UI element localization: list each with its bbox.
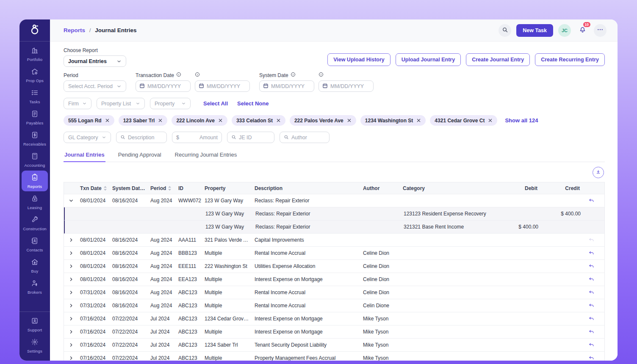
- sort-icon[interactable]: [145, 186, 148, 191]
- sidebar-item-portfolio[interactable]: Portfolio: [22, 44, 48, 64]
- reverse-entry-button[interactable]: [583, 329, 599, 335]
- column-header-period[interactable]: Period: [149, 185, 177, 191]
- sidebar-item-tasks[interactable]: Tasks: [22, 86, 48, 107]
- firm-select[interactable]: Firm: [64, 98, 91, 109]
- system-date-to-input[interactable]: [330, 83, 370, 89]
- row-actions: [582, 329, 601, 335]
- je-id-search-field[interactable]: [227, 132, 274, 143]
- property-list-select[interactable]: Property List: [97, 98, 145, 109]
- transaction-date-from-input[interactable]: [147, 83, 187, 89]
- system-date-from-input[interactable]: [271, 83, 310, 89]
- transaction-date-to-field[interactable]: [195, 80, 250, 92]
- sidebar-item-brokers[interactable]: Brokers: [22, 276, 48, 297]
- chevron-right-icon[interactable]: [64, 342, 78, 347]
- new-task-button[interactable]: New Task: [516, 24, 553, 37]
- info-icon[interactable]: [195, 72, 200, 78]
- amount-input[interactable]: [182, 135, 218, 141]
- reverse-entry-button[interactable]: [583, 250, 599, 256]
- create-recurring-entry-button[interactable]: Create Recurring Entry: [535, 53, 605, 66]
- tab-journal-entries[interactable]: Journal Entries: [64, 150, 105, 162]
- author-search-field[interactable]: [280, 132, 330, 143]
- close-icon[interactable]: [347, 118, 352, 123]
- close-icon[interactable]: [105, 118, 110, 123]
- description-search-field[interactable]: [116, 132, 167, 143]
- chevron-right-icon[interactable]: [64, 329, 78, 334]
- tab-recurring-journal-entries[interactable]: Recurring Journal Entries: [174, 150, 238, 162]
- info-icon[interactable]: [176, 72, 181, 78]
- report-select[interactable]: Journal Entries: [64, 55, 126, 67]
- sidebar-item-construction[interactable]: Construction: [22, 213, 48, 234]
- select-all-link[interactable]: Select All: [203, 100, 228, 107]
- close-icon[interactable]: [416, 118, 421, 123]
- chevron-right-icon[interactable]: [64, 290, 78, 295]
- system-date-from-field[interactable]: [259, 80, 314, 92]
- chevron-right-icon[interactable]: [64, 316, 78, 321]
- search-button[interactable]: [499, 24, 511, 37]
- sidebar-item-receivables[interactable]: Receivables: [22, 128, 48, 149]
- reverse-entry-button[interactable]: [583, 303, 599, 309]
- sidebar-item-payables[interactable]: Payables: [22, 107, 48, 128]
- reverse-entry-button[interactable]: [583, 355, 599, 361]
- sidebar-item-reports[interactable]: Reports: [22, 171, 48, 191]
- je-id-search-input[interactable]: [239, 135, 270, 141]
- reverse-entry-button[interactable]: [583, 316, 599, 322]
- sidebar-item-accounting[interactable]: Accounting: [22, 149, 48, 170]
- sidebar-item-support[interactable]: Support: [22, 314, 48, 335]
- cell-author: Celine Dion: [361, 250, 401, 256]
- close-icon[interactable]: [488, 118, 493, 123]
- sidebar-item-settings[interactable]: Settings: [22, 335, 48, 356]
- reverse-entry-button[interactable]: [583, 290, 599, 296]
- tab-pending-approval[interactable]: Pending Approval: [117, 150, 162, 162]
- column-header-system[interactable]: System Date: [111, 185, 149, 191]
- chevron-right-icon[interactable]: [64, 356, 78, 361]
- show-all-link[interactable]: Show all 124: [505, 117, 538, 124]
- description-search-input[interactable]: [128, 135, 163, 141]
- notifications-button[interactable]: 10: [576, 24, 589, 37]
- close-icon[interactable]: [218, 118, 223, 123]
- app-logo[interactable]: [19, 19, 50, 41]
- chevron-down-icon[interactable]: [64, 198, 78, 203]
- sort-icon[interactable]: [168, 186, 171, 191]
- sidebar-item-leasing[interactable]: Leasing: [22, 192, 48, 212]
- more-menu-button[interactable]: [594, 24, 607, 37]
- amount-field[interactable]: $: [172, 132, 222, 143]
- chevron-right-icon[interactable]: [64, 264, 78, 269]
- reverse-entry-button[interactable]: [583, 198, 599, 204]
- sidebar-item-buy[interactable]: Buy: [22, 255, 48, 276]
- gl-category-select[interactable]: GL Category: [64, 132, 111, 143]
- chevron-right-icon[interactable]: [64, 277, 78, 282]
- chevron-right-icon[interactable]: [64, 303, 78, 308]
- chevron-right-icon[interactable]: [64, 251, 78, 256]
- cell-description: Utilities Expense Allocation: [253, 263, 361, 269]
- close-icon[interactable]: [276, 118, 281, 123]
- upload-journal-entry-button[interactable]: Upload Journal Entry: [396, 53, 461, 66]
- sidebar-item-prop-ops[interactable]: Prop Ops: [22, 65, 48, 85]
- info-icon[interactable]: [318, 72, 324, 78]
- sidebar-item-contacts[interactable]: Contacts: [22, 234, 48, 255]
- reverse-entry-button[interactable]: [583, 263, 599, 270]
- period-select[interactable]: Select Acct. Period: [64, 80, 126, 92]
- author-search-input[interactable]: [291, 135, 325, 141]
- page-title: Journal Entries: [95, 27, 136, 33]
- info-icon[interactable]: [291, 72, 296, 78]
- reverse-entry-button[interactable]: [583, 276, 599, 283]
- property-select[interactable]: Property: [150, 98, 191, 109]
- row-actions: [582, 290, 601, 296]
- view-upload-history-button[interactable]: View Upload History: [327, 53, 391, 66]
- column-header-description: Description: [253, 185, 361, 191]
- avatar[interactable]: JC: [558, 24, 571, 37]
- breadcrumb-reports-link[interactable]: Reports: [64, 27, 85, 33]
- prop-ops-icon: [31, 68, 39, 77]
- calendar-icon: [139, 83, 145, 90]
- chevron-right-icon[interactable]: [64, 237, 78, 243]
- system-date-to-field[interactable]: [318, 80, 374, 92]
- select-none-link[interactable]: Select None: [237, 100, 269, 107]
- transaction-date-from-field[interactable]: [136, 80, 191, 92]
- close-icon[interactable]: [158, 118, 163, 123]
- create-journal-entry-button[interactable]: Create Journal Entry: [466, 53, 530, 66]
- sort-icon[interactable]: [104, 186, 107, 191]
- download-button[interactable]: [593, 167, 604, 178]
- transaction-date-to-input[interactable]: [207, 83, 246, 89]
- column-header-txn[interactable]: Txn Date: [78, 185, 111, 191]
- reverse-entry-button[interactable]: [583, 342, 599, 348]
